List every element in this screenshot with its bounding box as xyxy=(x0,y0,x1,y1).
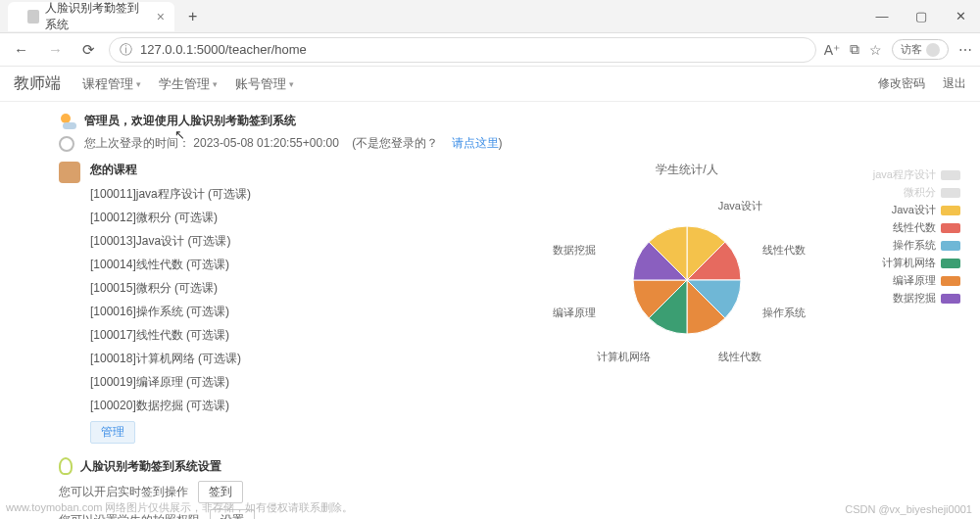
chevron-down-icon: ▾ xyxy=(289,79,294,89)
legend-item[interactable]: 计算机网络 xyxy=(873,256,960,270)
manage-button[interactable]: 管理 xyxy=(90,421,135,444)
course-list: [100011]java程序设计 (可选课)[100012]微积分 (可选课)[… xyxy=(90,186,443,414)
logout-link[interactable]: 退出 xyxy=(943,75,966,92)
course-icon xyxy=(59,162,80,183)
change-password-link[interactable]: 修改密码 xyxy=(878,75,925,92)
legend-item[interactable]: 编译原理 xyxy=(873,273,960,288)
settings-row1-text: 您可以开启实时签到操作 xyxy=(59,484,188,500)
site-info-icon[interactable]: ⓘ xyxy=(120,41,132,59)
course-item[interactable]: [100019]编译原理 (可选课) xyxy=(90,374,443,391)
course-item[interactable]: [100012]微积分 (可选课) xyxy=(90,210,443,226)
extensions-icon[interactable]: ⧉ xyxy=(850,41,859,58)
course-item[interactable]: [100015]微积分 (可选课) xyxy=(90,280,443,297)
chart-legend: java程序设计微积分Java设计线性代数操作系统计算机网络编译原理数据挖掘 xyxy=(873,167,960,308)
minimize-button[interactable]: — xyxy=(862,9,902,24)
address-bar: ← → ⟳ ⓘ 127.0.0.1:5000/teacher/home A⁺ ⧉… xyxy=(0,33,980,67)
menu-student[interactable]: 学生管理▾ xyxy=(159,75,218,93)
browser-tab[interactable]: 人脸识别考勤签到系统 × xyxy=(8,2,174,31)
course-item[interactable]: [100013]Java设计 (可选课) xyxy=(90,233,443,250)
menu-course[interactable]: 课程管理▾ xyxy=(82,75,141,93)
pie-slice-label: 编译原理 xyxy=(553,306,596,320)
legend-item[interactable]: 微积分 xyxy=(873,185,960,200)
chart-area: 学生统计/人 Java设计线性代数操作系统线性代数计算机网络编译原理数据挖掘 j… xyxy=(453,162,921,444)
chart-title: 学生统计/人 xyxy=(453,162,921,178)
page-content: 管理员，欢迎使用人脸识别考勤签到系统 您上次登录的时间： 2023-05-08 … xyxy=(0,102,980,519)
url-input[interactable]: ⓘ 127.0.0.1:5000/teacher/home xyxy=(109,37,816,63)
course-item[interactable]: [100011]java程序设计 (可选课) xyxy=(90,186,443,203)
settings-title: 人脸识别考勤签到系统设置 xyxy=(80,458,221,475)
forward-button: → xyxy=(42,39,69,60)
pie-slice-label: Java设计 xyxy=(718,199,762,213)
course-section-title: 您的课程 xyxy=(90,162,443,178)
back-button[interactable]: ← xyxy=(8,39,34,60)
avatar-icon xyxy=(926,43,940,57)
profile-button[interactable]: 访客 xyxy=(892,39,949,60)
more-menu-icon[interactable]: ⋯ xyxy=(958,42,972,58)
legend-item[interactable]: 数据挖掘 xyxy=(873,291,960,306)
reload-button[interactable]: ⟳ xyxy=(76,39,101,61)
brand-title: 教师端 xyxy=(14,73,61,94)
chevron-down-icon: ▾ xyxy=(136,79,141,89)
window-titlebar: 人脸识别考勤签到系统 × + — ▢ ✕ xyxy=(0,0,980,33)
url-text: 127.0.0.1:5000/teacher/home xyxy=(140,42,307,57)
clock-icon xyxy=(59,136,74,152)
course-item[interactable]: [100016]操作系统 (可选课) xyxy=(90,304,443,320)
last-login-time: 2023-05-08 01:20:55+00:00 xyxy=(193,136,338,150)
legend-item[interactable]: Java设计 xyxy=(873,203,960,217)
pie-slice-label: 计算机网络 xyxy=(597,350,651,364)
bulb-icon xyxy=(59,457,73,475)
legend-item[interactable]: 线性代数 xyxy=(873,220,960,235)
pie-chart: Java设计线性代数操作系统线性代数计算机网络编译原理数据挖掘 xyxy=(511,182,863,378)
maximize-button[interactable]: ▢ xyxy=(902,9,941,24)
click-here-link[interactable]: 请点这里 xyxy=(452,136,499,150)
pie-slice-label: 线性代数 xyxy=(762,243,806,258)
tab-title: 人脸识别考勤签到系统 xyxy=(45,0,149,33)
page-icon xyxy=(27,10,39,24)
pie-slice-label: 数据挖掘 xyxy=(553,243,596,258)
favorites-icon[interactable]: ☆ xyxy=(869,42,882,58)
new-tab-button[interactable]: + xyxy=(182,8,203,25)
close-button[interactable]: ✕ xyxy=(941,9,980,24)
course-item[interactable]: [100017]线性代数 (可选课) xyxy=(90,327,443,344)
window-controls: — ▢ ✕ xyxy=(862,9,980,24)
welcome-text: 管理员，欢迎使用人脸识别考勤签到系统 xyxy=(84,113,296,129)
menu-account[interactable]: 账号管理▾ xyxy=(235,75,294,93)
app-navbar: 教师端 课程管理▾ 学生管理▾ 账号管理▾ 修改密码 退出 xyxy=(0,67,980,102)
read-aloud-icon[interactable]: A⁺ xyxy=(824,42,840,58)
chevron-down-icon: ▾ xyxy=(213,79,218,89)
course-item[interactable]: [100018]计算机网络 (可选课) xyxy=(90,351,443,367)
last-login-label: 您上次登录的时间： xyxy=(84,136,190,150)
not-you-text: (不是您登录的？ xyxy=(352,136,438,150)
pie-slice-label: 操作系统 xyxy=(762,306,806,320)
pie-slice-label: 线性代数 xyxy=(718,350,761,364)
legend-item[interactable]: 操作系统 xyxy=(873,238,960,253)
tab-close-icon[interactable]: × xyxy=(157,9,165,24)
legend-item[interactable]: java程序设计 xyxy=(873,167,960,182)
watermark-right: CSDN @vx_biyesheji0001 xyxy=(845,503,972,515)
course-item[interactable]: [100020]数据挖掘 (可选课) xyxy=(90,398,443,414)
weather-icon xyxy=(59,112,76,129)
watermark-left: www.toymoban.com 网络图片仅供展示，非存储，如有侵权请联系删除。 xyxy=(6,500,353,515)
course-item[interactable]: [100014]线性代数 (可选课) xyxy=(90,257,443,273)
